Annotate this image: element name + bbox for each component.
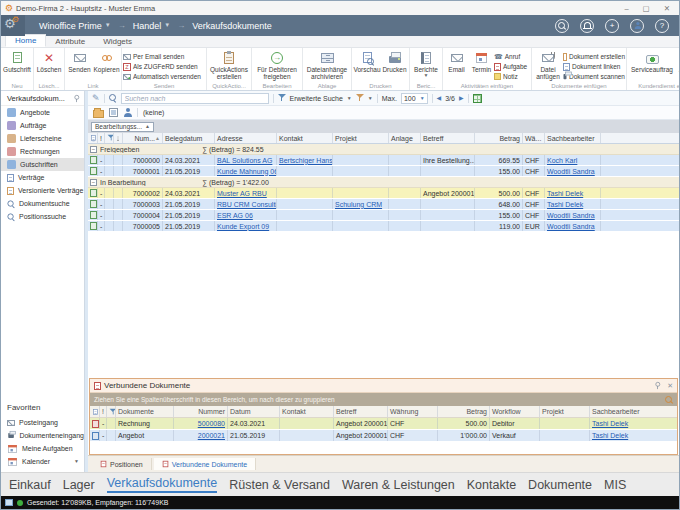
- nav-mis[interactable]: MIS: [604, 478, 626, 492]
- gutschrift-button[interactable]: Gutschrift: [2, 49, 32, 73]
- favorite-posteingang[interactable]: Posteingang: [1, 416, 84, 429]
- col-betreff[interactable]: Betreff: [421, 133, 475, 143]
- dokument-linken-button[interactable]: Dokument linken: [563, 62, 625, 71]
- advanced-search-button[interactable]: Erweiterte Suche: [290, 95, 343, 102]
- adresse-link[interactable]: Kunde Mahnung 06: [217, 168, 277, 175]
- tab-attribute[interactable]: Attribute: [46, 36, 94, 47]
- senden-button[interactable]: Senden: [66, 49, 93, 73]
- col-doc-icon[interactable]: [88, 133, 98, 143]
- col-workflow[interactable]: Workflow: [490, 406, 540, 417]
- nummer-link[interactable]: 2000021: [198, 432, 225, 439]
- col-dokumente[interactable]: Dokumente: [116, 406, 174, 417]
- linked-doc-row[interactable]: - Rechnung 5000080 24.03.2021 Angebot 20…: [90, 418, 677, 430]
- search-button[interactable]: [555, 19, 569, 33]
- drucken-button[interactable]: Drucken: [381, 49, 408, 73]
- col-datum[interactable]: Datum: [228, 406, 280, 417]
- sachbearbeiter-link[interactable]: Woodtli Sandra: [547, 168, 595, 175]
- projekt-link[interactable]: Schulung CRM: [335, 201, 382, 208]
- table-row[interactable]: - 7000004 21.05.2019 ESR AG 06 155.00 CH…: [88, 210, 679, 221]
- group-chip[interactable]: Bearbeitungss...▲: [91, 122, 154, 132]
- col-nummer[interactable]: Num...▲: [123, 133, 163, 143]
- folder-icon[interactable]: [93, 110, 104, 118]
- edit-icon[interactable]: ✎: [92, 94, 100, 103]
- chevron-down-icon[interactable]: ▼: [347, 96, 352, 101]
- sidebar-item-positionssuche[interactable]: Positionssuche: [1, 210, 84, 223]
- sachbearbeiter-link[interactable]: Tashi Delek: [547, 201, 583, 208]
- col-kontakt[interactable]: Kontakt: [280, 406, 334, 417]
- col-anlage[interactable]: Anlage: [389, 133, 421, 143]
- dateianhaenge-button[interactable]: Dateianhänge archivieren: [304, 49, 350, 80]
- sidebar-item-dokumentsuche[interactable]: Dokumentsuche: [1, 197, 84, 210]
- add-button[interactable]: +: [605, 19, 619, 33]
- notiz-button[interactable]: Notiz: [494, 72, 530, 81]
- breadcrumb-winoffice[interactable]: Winoffice Prime▼: [39, 21, 111, 31]
- col-sachbearbeiter[interactable]: Sachbearbeiter: [590, 406, 677, 417]
- nummer-link[interactable]: 5000080: [198, 420, 225, 427]
- col-doc-icon[interactable]: [90, 406, 100, 417]
- col-attachment-icon[interactable]: [114, 133, 123, 143]
- close-icon[interactable]: ✕: [667, 382, 673, 390]
- serviceauftrag-button[interactable]: Serviceauftrag: [628, 49, 676, 73]
- col-projekt[interactable]: Projekt: [540, 406, 590, 417]
- adresse-link[interactable]: BAL Solutions AG: [217, 157, 272, 164]
- col-filter-icon[interactable]: [105, 133, 114, 143]
- tab-verbundene-dokumente[interactable]: Verbundene Dokumente: [154, 458, 257, 470]
- sidebar-item-gutschriften[interactable]: Gutschriften: [1, 158, 84, 171]
- dokument-erstellen-button[interactable]: Dokument erstellen: [563, 52, 625, 61]
- nav-einkauf[interactable]: Einkauf: [9, 478, 51, 492]
- sidebar-item-auftraege[interactable]: Aufträge: [1, 119, 84, 132]
- kopieren-button[interactable]: Kopieren: [93, 49, 120, 73]
- table-row[interactable]: - 7000005 21.05.2019 Kunde Export 09 119…: [88, 221, 679, 232]
- per-email-senden-button[interactable]: Per Email senden: [123, 52, 205, 61]
- search-input[interactable]: [121, 93, 269, 104]
- kontakt-link[interactable]: Bertschiger Hans: [279, 157, 333, 164]
- group-by-bar[interactable]: Bearbeitungss...▲: [88, 120, 679, 133]
- quickactions-button[interactable]: QuickActions erstellen: [208, 49, 250, 80]
- chevron-down-icon[interactable]: ▼: [368, 96, 373, 101]
- sachbearbeiter-link[interactable]: Tashi Delek: [592, 420, 628, 427]
- loeschen-button[interactable]: ✕Löschen: [35, 49, 63, 73]
- nav-waren-leistungen[interactable]: Waren & Leistungen: [342, 478, 455, 492]
- col-priority[interactable]: !: [100, 406, 107, 417]
- col-adresse[interactable]: Adresse: [215, 133, 277, 143]
- col-belegdatum[interactable]: Belegdatum: [163, 133, 215, 143]
- sidebar-item-versionierte-vertraege[interactable]: Versionierte Verträge: [1, 184, 84, 197]
- help-button[interactable]: ?: [655, 19, 669, 33]
- group-row-in-bearbeitung[interactable]: − In Bearbeitung ∑ (Betrag) = 1'422.00: [88, 177, 679, 188]
- berichte-button[interactable]: Berichte▼: [411, 49, 441, 78]
- export-grid-icon[interactable]: [473, 94, 482, 103]
- adresse-link[interactable]: Muster AG RBU: [217, 190, 267, 197]
- aufgabe-button[interactable]: Aufgabe: [494, 62, 530, 71]
- datei-anfuegen-button[interactable]: Datei anfügen: [533, 49, 563, 80]
- table-row[interactable]: - 7000003 21.05.2019 RBU CRM Consultin..…: [88, 199, 679, 210]
- filter-colored-icon[interactable]: [356, 94, 364, 102]
- sachbearbeiter-link[interactable]: Woodtli Sandra: [547, 223, 595, 230]
- nav-verkaufsdokumente[interactable]: Verkaufsdokumente: [107, 476, 218, 493]
- tab-widgets[interactable]: Widgets: [94, 36, 141, 47]
- max-select[interactable]: 100▼: [401, 93, 428, 104]
- favorite-dokumenteneingang[interactable]: Dokumenteneingang: [1, 429, 84, 442]
- adresse-link[interactable]: Kunde Export 09: [217, 223, 269, 230]
- termin-button[interactable]: Termin: [469, 49, 494, 73]
- notifications-button[interactable]: [580, 19, 594, 33]
- minimize-button[interactable]: –: [624, 4, 628, 13]
- app-logo[interactable]: ⚙ ⚙: [1, 15, 25, 36]
- col-waehrung[interactable]: Währung: [388, 406, 438, 417]
- col-filter-icon[interactable]: [107, 406, 116, 417]
- collapse-icon[interactable]: −: [90, 146, 97, 153]
- table-row-selected[interactable]: - 7000002 24.03.2021 Muster AG RBU Angeb…: [88, 188, 679, 199]
- pin-icon[interactable]: [73, 94, 79, 101]
- anruf-button[interactable]: ☎Anruf: [494, 52, 530, 61]
- preview-frame-icon[interactable]: [109, 108, 118, 117]
- automatisch-versenden-button[interactable]: Automatisch versenden: [123, 72, 205, 81]
- sidebar-item-lieferscheine[interactable]: Lieferscheine: [1, 132, 84, 145]
- col-projekt[interactable]: Projekt: [333, 133, 389, 143]
- table-row[interactable]: - 7000001 21.05.2019 Kunde Mahnung 06 15…: [88, 166, 679, 177]
- email-button[interactable]: Email: [444, 49, 469, 73]
- maximize-button[interactable]: ▢: [643, 4, 650, 13]
- aenderung-button[interactable]: Änderung: [676, 49, 679, 73]
- close-button[interactable]: ✕: [664, 4, 670, 13]
- freigeben-button[interactable]: →Für Debitoren freigeben: [253, 49, 301, 80]
- sachbearbeiter-link[interactable]: Koch Karl: [547, 157, 577, 164]
- prev-page-button[interactable]: ◀: [437, 95, 442, 101]
